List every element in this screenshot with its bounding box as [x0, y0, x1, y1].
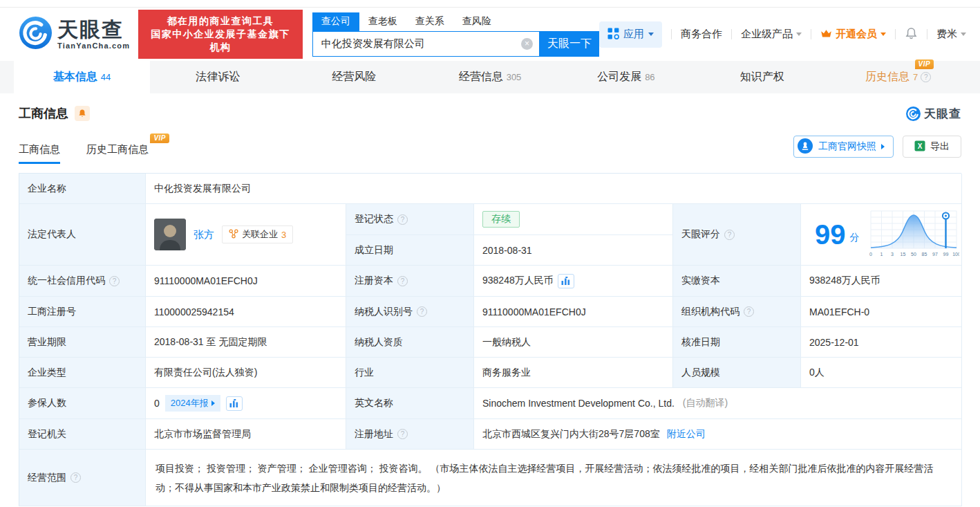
nav-enterprise[interactable]: 企业级产品 [741, 28, 802, 41]
nav-apps[interactable]: 应用 [599, 21, 662, 48]
english-name-label: 英文名称 [346, 388, 474, 419]
insured-label: 参保人数 [19, 388, 146, 419]
related-companies-label: 关联企业 [242, 228, 278, 241]
watermark-logo: 天眼查 [906, 106, 961, 122]
excel-icon: X [914, 140, 925, 154]
export-button[interactable]: X 导出 [903, 136, 961, 158]
related-companies-badge[interactable]: 关联企业 3 [222, 225, 293, 243]
reg-number-value: 110000025942154 [146, 297, 346, 327]
status-badge: 存续 [482, 211, 520, 228]
english-name-value: Sinochem Investment Development Co., Ltd… [482, 398, 675, 409]
tab-operation-risk[interactable]: 经营风险 [286, 61, 422, 93]
svg-text:50: 50 [911, 252, 916, 257]
crown-icon [820, 28, 832, 41]
tab-intellectual-property[interactable]: 知识产权 [694, 61, 830, 93]
reg-authority-label: 登记机关 [19, 419, 146, 450]
paid-capital-value: 938248万人民币 [801, 266, 962, 297]
clear-search-icon[interactable] [521, 38, 533, 50]
reg-status-cell: 存续 [474, 204, 673, 235]
tab-operation-info[interactable]: 经营信息305 [422, 61, 558, 93]
help-icon[interactable] [417, 306, 427, 317]
score-label: 天眼评分 [673, 204, 801, 266]
industry-label: 行业 [346, 358, 474, 388]
tab-basic-info[interactable]: 基本信息44 [14, 61, 150, 93]
search-area: 查公司 查老板 查关系 查风险 天眼一下 [312, 12, 599, 57]
staff-size-value: 0人 [801, 358, 962, 388]
paid-capital-label: 实缴资本 [673, 266, 801, 297]
top-divider [0, 0, 980, 8]
search-tab-company[interactable]: 查公司 [312, 12, 359, 31]
search-tab-boss[interactable]: 查老板 [359, 12, 406, 31]
reg-capital-cell: 938248万人民币 [474, 266, 673, 297]
svg-text:3: 3 [891, 252, 894, 257]
help-icon[interactable] [921, 72, 931, 82]
score-value: 99 [815, 221, 846, 248]
tab-history-info[interactable]: 历史信息 7 VIP [830, 61, 966, 93]
stamp-icon [797, 138, 813, 156]
score-cell: 99 分 0 1 3 [801, 204, 962, 266]
search-button[interactable]: 天眼一下 [540, 31, 599, 57]
vip-badge: VIP [150, 133, 169, 143]
nav-open-vip-label: 开通会员 [836, 28, 877, 41]
help-icon[interactable] [109, 276, 120, 286]
company-type-label: 企业类型 [19, 358, 146, 388]
credit-code-value: 91110000MA01EFCH0J [146, 266, 346, 297]
staff-size-label: 人员规模 [673, 358, 801, 388]
help-icon[interactable] [397, 429, 408, 439]
svg-text:99: 99 [943, 252, 948, 257]
help-icon[interactable] [397, 276, 408, 286]
promo-line2: 国家中小企业发展子基金旗下机构 [147, 28, 294, 54]
subtab-business-info[interactable]: 工商信息 [19, 143, 60, 164]
section-title: 工商信息 [19, 105, 68, 122]
english-name-cell: Sinochem Investment Development Co., Ltd… [474, 388, 962, 419]
vip-badge: VIP [915, 59, 934, 69]
monitor-bell-icon[interactable] [75, 106, 90, 121]
nearby-companies-link[interactable]: 附近公司 [667, 428, 706, 441]
insured-chart-icon[interactable] [226, 396, 243, 411]
reg-authority-value: 北京市市场监督管理局 [146, 419, 346, 450]
promo-line1: 都在用的商业查询工具 [147, 15, 294, 28]
approval-date-value: 2025-12-01 [801, 327, 962, 358]
org-network-icon [229, 229, 238, 241]
help-icon[interactable] [744, 306, 754, 317]
help-icon[interactable] [70, 472, 81, 483]
nav-user[interactable]: 费米 [936, 28, 966, 41]
search-input[interactable] [312, 31, 540, 57]
legal-rep-avatar[interactable] [154, 219, 186, 250]
capital-chart-icon[interactable] [558, 274, 574, 288]
nav-open-vip[interactable]: 开通会员 [820, 28, 886, 41]
related-companies-count: 3 [281, 230, 286, 240]
tab-company-development[interactable]: 公司发展86 [558, 61, 694, 93]
annual-report-badge[interactable]: 2024年报 [165, 395, 220, 412]
search-tab-relation[interactable]: 查关系 [406, 12, 453, 31]
help-icon[interactable] [724, 230, 735, 240]
tab-legal-litigation[interactable]: 法律诉讼 [150, 61, 286, 93]
taxpayer-id-value: 91110000MA01EFCH0J [474, 297, 673, 327]
header-nav: 应用 商务合作 企业级产品 开通会员 [599, 21, 980, 48]
business-scope-value: 项目投资； 投资管理； 资产管理； 企业管理咨询； 投资咨询。 （市场主体依法自… [146, 450, 962, 506]
brand-domain: TianYanCha.com [57, 42, 130, 50]
chevron-right-icon [211, 400, 215, 406]
svg-text:1: 1 [880, 252, 883, 257]
official-snapshot-button[interactable]: 工商官网快照 [793, 136, 894, 158]
brand-name: 天眼查 [57, 19, 130, 40]
reg-address-label: 注册地址 [346, 419, 474, 450]
help-icon[interactable] [397, 214, 408, 225]
subtab-history-business-info[interactable]: 历史工商信息 VIP [86, 143, 149, 164]
site-logo[interactable]: 天眼查 TianYanCha.com [19, 17, 130, 52]
reg-address-value: 北京市西城区复兴门内大街28号7层708室 [482, 428, 660, 441]
watermark-text: 天眼查 [924, 106, 961, 122]
svg-text:85: 85 [921, 252, 927, 257]
insured-cell: 0 2024年报 [146, 388, 346, 419]
legal-rep-cell: 张方 关联企业 3 [146, 204, 346, 266]
svg-text:100: 100 [952, 252, 959, 257]
tab-count: 86 [645, 72, 654, 82]
notification-bell-icon[interactable] [905, 27, 918, 42]
search-tab-risk[interactable]: 查风险 [453, 12, 500, 31]
svg-text:15: 15 [900, 252, 905, 257]
legal-rep-name-link[interactable]: 张方 [194, 228, 214, 241]
company-type-value: 有限责任公司(法人独资) [146, 358, 346, 388]
reg-address-cell: 北京市西城区复兴门内大街28号7层708室 附近公司 [474, 419, 962, 450]
business-info-table: 企业名称 中化投资发展有限公司 法定代表人 张方 关联企业 3 [19, 173, 961, 506]
nav-cooperation[interactable]: 商务合作 [681, 28, 722, 41]
